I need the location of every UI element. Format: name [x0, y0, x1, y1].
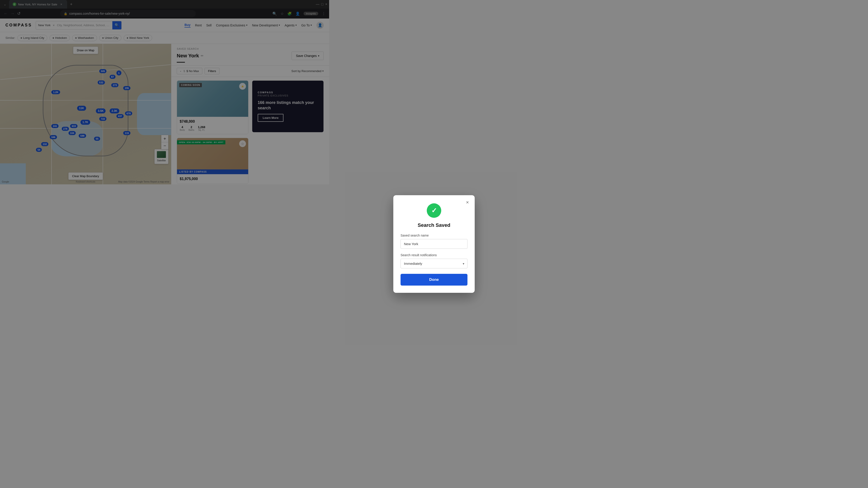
modal-overlay: × ✓ Search Saved Saved search name Searc…	[0, 0, 329, 184]
